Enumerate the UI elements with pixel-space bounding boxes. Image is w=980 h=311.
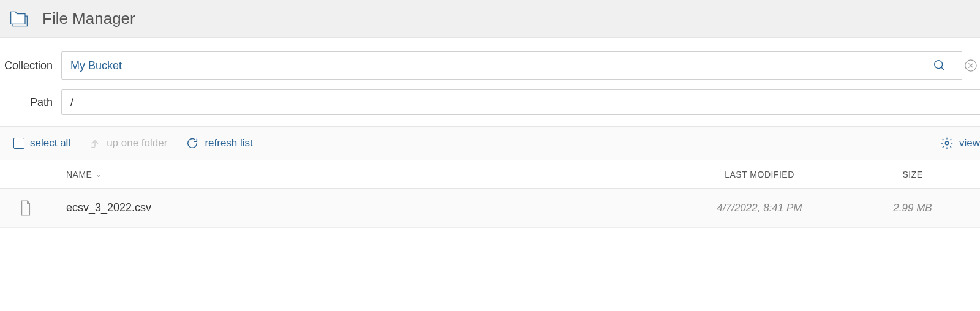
table-header: NAME ⌄ LAST MODIFIED SIZE (0, 160, 980, 189)
app-header: File Manager (0, 0, 980, 38)
column-size[interactable]: SIZE (845, 170, 980, 179)
refresh-list-label: refresh list (205, 137, 252, 149)
page-title: File Manager (42, 9, 135, 28)
clear-icon[interactable] (962, 51, 980, 80)
column-last-modified[interactable]: LAST MODIFIED (674, 170, 845, 179)
svg-point-5 (945, 141, 949, 145)
path-row: Path (0, 87, 980, 118)
refresh-list-button[interactable]: refresh list (186, 137, 252, 150)
up-one-folder-label: up one folder (107, 137, 167, 149)
refresh-icon (186, 137, 199, 150)
file-size: 2.99 MB (845, 202, 980, 214)
collection-select[interactable]: My Bucket (61, 51, 962, 80)
svg-line-1 (941, 67, 944, 70)
gear-icon (940, 137, 954, 150)
svg-point-0 (934, 61, 942, 69)
select-all-label: select all (30, 137, 70, 149)
up-one-folder-button: up one folder (89, 137, 167, 149)
view-label: view (959, 137, 980, 149)
folder-icon (7, 7, 31, 31)
chevron-down-icon: ⌄ (96, 170, 102, 179)
file-last-modified: 4/7/2022, 8:41 PM (674, 202, 845, 214)
view-button[interactable]: view (940, 137, 980, 150)
collection-label: Collection (0, 59, 61, 72)
up-arrow-icon (89, 137, 101, 149)
column-name-label: NAME (66, 170, 92, 179)
fields-section: Collection My Bucket Path (0, 38, 980, 124)
search-icon[interactable] (925, 51, 954, 80)
column-name[interactable]: NAME ⌄ (66, 170, 674, 179)
toolbar: select all up one folder refresh list (0, 126, 980, 160)
file-name: ecsv_3_2022.csv (66, 201, 674, 214)
collection-row: Collection My Bucket (0, 49, 980, 82)
select-all-button[interactable]: select all (13, 137, 70, 149)
table-row[interactable]: ecsv_3_2022.csv 4/7/2022, 8:41 PM 2.99 M… (0, 189, 980, 228)
path-input[interactable] (61, 89, 980, 115)
checkbox-icon[interactable] (13, 138, 24, 149)
collection-value: My Bucket (70, 59, 925, 72)
file-icon (13, 200, 38, 217)
path-label: Path (0, 96, 61, 109)
